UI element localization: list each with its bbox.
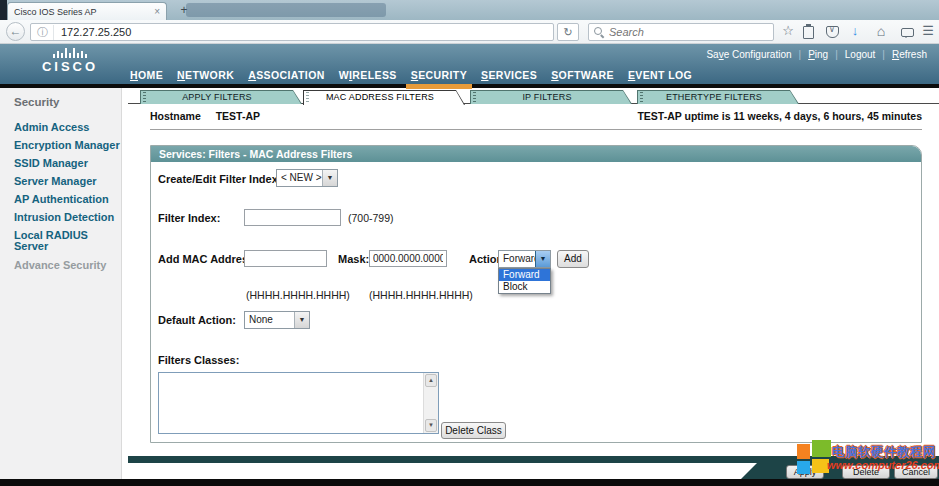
nav-services[interactable]: SERVICES [481, 69, 537, 81]
add-mac-address-label: Add MAC Address: [158, 253, 258, 265]
sidebar-item-advance-security: Advance Security [14, 259, 121, 271]
cisco-logo: CISCO [35, 47, 105, 74]
hostname-value: TEST-AP [216, 110, 260, 122]
refresh-link[interactable]: Refresh [892, 49, 927, 60]
close-tab-icon[interactable]: × [154, 6, 160, 17]
tab-mac-address-filters[interactable]: MAC ADDRESS FILTERS [303, 90, 465, 105]
add-mac-address-input[interactable] [244, 250, 327, 267]
menu-icon[interactable]: ☰ [919, 23, 937, 38]
sidebar-item-encryption-manager[interactable]: Encryption Manager [14, 140, 121, 151]
address-bar[interactable]: ⓘ 172.27.25.250 [30, 23, 554, 41]
sidebar-title: Security [14, 96, 121, 108]
nav-association[interactable]: ASSOCIATION [248, 69, 325, 81]
sidebar-item-ap-authentication[interactable]: AP Authentication [14, 194, 121, 205]
watermark: 电脑软硬件教程网 www.computer26.com [793, 437, 939, 479]
screen: Cisco IOS Series AP × + ← ⓘ 172.27.25.25… [0, 0, 939, 486]
divider: | [835, 49, 838, 60]
watermark-logo-square [797, 461, 810, 474]
chevron-down-icon: ▼ [322, 170, 337, 186]
tab-ip-filters[interactable]: IP FILTERS [470, 90, 632, 104]
filter-index-hint: (700-799) [348, 212, 394, 224]
home-icon[interactable]: ⌂ [872, 23, 890, 39]
tab-apply-filters[interactable]: APPLY FILTERS [140, 90, 302, 104]
filters-classes-listbox[interactable]: ▲ ▼ [158, 372, 439, 434]
app-header: CISCO HOME NETWORK ASSOCIATION WIRELESS … [0, 44, 939, 84]
filter-index-label: Filter Index: [158, 212, 220, 224]
save-configuration-link[interactable]: Save Configuration [706, 49, 791, 60]
mask-label: Mask: [338, 253, 369, 265]
sidebar-item-admin-access[interactable]: Admin Access [14, 122, 121, 133]
add-button[interactable]: Add [557, 250, 589, 268]
action-option-block[interactable]: Block [499, 281, 550, 293]
nav-network[interactable]: NETWORK [177, 69, 234, 81]
scroll-up-icon[interactable]: ▲ [425, 374, 437, 387]
chevron-down-icon: ▼ [535, 251, 550, 267]
create-edit-filter-index-select[interactable]: < NEW > ▼ [276, 169, 338, 187]
create-edit-filter-index-label: Create/Edit Filter Index: [158, 173, 281, 185]
tab-ethertype-filters[interactable]: ETHERTYPE FILTERS [637, 90, 799, 104]
bottom-strip [0, 479, 939, 486]
status-divider [150, 129, 922, 130]
sidebar-item-server-manager[interactable]: Server Manager [14, 176, 121, 187]
sidebar: Security Admin Access Encryption Manager… [0, 88, 122, 479]
watermark-url: www.computer26.com [827, 459, 939, 471]
browser-tab-bar: Cisco IOS Series AP × + [0, 0, 939, 20]
chevron-down-icon: ▼ [294, 312, 309, 328]
action-dropdown-list: Forward Block [498, 268, 551, 294]
nav-security[interactable]: SECURITY [411, 69, 467, 81]
panel-title: Services: Filters - MAC Address Filters [151, 146, 921, 162]
watermark-logo-square [812, 440, 831, 457]
logout-link[interactable]: Logout [845, 49, 876, 60]
browser-toolbar: ← ⓘ 172.27.25.250 ↻ ☆ ↓ ⌂ ☰ [0, 20, 939, 44]
browser-tab[interactable]: Cisco IOS Series AP × [7, 2, 167, 20]
watermark-logo-square [797, 444, 810, 459]
reload-button[interactable]: ↻ [557, 23, 579, 41]
back-button[interactable]: ← [6, 22, 25, 41]
default-action-label: Default Action: [158, 314, 236, 326]
nav-software[interactable]: SOFTWARE [551, 69, 614, 81]
divider: | [799, 49, 802, 60]
divider: | [882, 49, 885, 60]
sidebar-item-intrusion-detection[interactable]: Intrusion Detection [14, 212, 121, 223]
clipboard-icon[interactable] [803, 26, 814, 39]
pocket-icon[interactable] [826, 26, 839, 38]
action-select[interactable]: Forward ▼ [498, 250, 551, 268]
search-bar[interactable] [588, 23, 774, 41]
filter-index-input[interactable] [244, 209, 341, 226]
status-row: Hostname TEST-AP TEST-AP uptime is 11 we… [150, 110, 922, 124]
uptime-text: TEST-AP uptime is 11 weeks, 4 days, 6 ho… [637, 110, 922, 122]
sidebar-item-local-radius-server[interactable]: Local RADIUS Server [14, 230, 121, 252]
nav-event-log[interactable]: EVENT LOG [628, 69, 692, 81]
url-text: 172.27.25.250 [54, 26, 131, 38]
sidebar-item-ssid-manager[interactable]: SSID Manager [14, 158, 121, 169]
default-action-select[interactable]: None ▼ [244, 311, 310, 329]
ping-link[interactable]: Ping [808, 49, 828, 60]
cisco-logo-bars [35, 47, 105, 58]
site-info-icon[interactable]: ⓘ [31, 25, 54, 40]
action-option-forward[interactable]: Forward [499, 269, 550, 281]
download-icon[interactable]: ↓ [846, 23, 864, 38]
window-corner [0, 0, 7, 20]
chat-icon[interactable] [901, 28, 914, 37]
mac-filters-panel: Services: Filters - MAC Address Filters … [150, 145, 922, 443]
background-tab-area [186, 3, 386, 17]
nav-home[interactable]: HOME [130, 69, 163, 81]
main-nav: HOME NETWORK ASSOCIATION WIRELESS SECURI… [130, 69, 692, 81]
search-icon [594, 27, 604, 37]
star-icon[interactable]: ☆ [779, 23, 797, 38]
hostname-label: Hostname [150, 110, 201, 122]
mask-input[interactable] [369, 250, 447, 267]
delete-class-button[interactable]: Delete Class [441, 422, 506, 439]
search-input[interactable] [609, 26, 749, 38]
listbox-scrollbar[interactable]: ▲ ▼ [423, 373, 438, 433]
header-actions: Save Configuration | Ping | Logout | Ref… [706, 49, 927, 60]
cisco-wordmark: CISCO [35, 59, 105, 74]
nav-wireless[interactable]: WIRELESS [339, 69, 397, 81]
browser-tab-title: Cisco IOS Series AP [14, 7, 150, 17]
mask-format-hint: (HHHH.HHHH.HHHH) [369, 289, 473, 301]
filters-classes-label: Filters Classes: [158, 354, 239, 366]
scroll-down-icon[interactable]: ▼ [425, 419, 437, 432]
mac-format-hint: (HHHH.HHHH.HHHH) [246, 289, 350, 301]
